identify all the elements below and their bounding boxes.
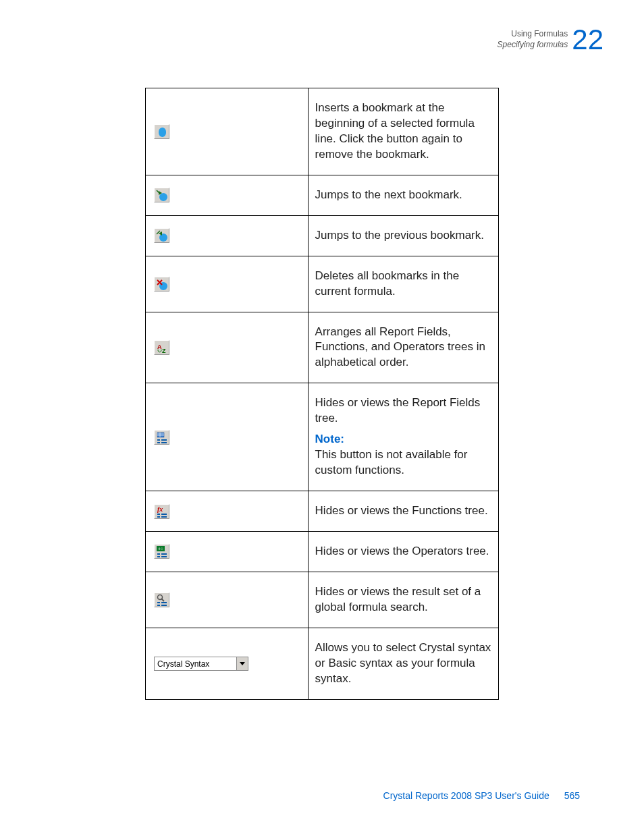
description-text: Inserts a bookmark at the beginning of a… — [315, 101, 475, 161]
table-row: Hides or views the Report Fields tree. N… — [146, 383, 499, 491]
svg-text:fx: fx — [157, 505, 163, 513]
description-cell: Allows you to select Crystal syntax or B… — [308, 628, 498, 699]
svg-rect-26 — [161, 553, 167, 555]
description-cell: Hides or views the result set of a globa… — [308, 572, 498, 628]
toolbar-reference-table: Inserts a bookmark at the beginning of a… — [145, 88, 499, 700]
svg-rect-0 — [159, 128, 166, 137]
icon-cell — [146, 215, 308, 256]
note-text: This button is not available for custom … — [315, 448, 468, 476]
svg-rect-10 — [157, 433, 164, 437]
content-area: Inserts a bookmark at the beginning of a… — [145, 88, 499, 700]
toggle-functions-tree-icon: fx — [154, 504, 169, 519]
description-text: Deletes all bookmarks in the current for… — [315, 269, 460, 298]
table-row: fx Hides or views the Functions tree. — [146, 491, 499, 532]
icon-cell — [146, 383, 308, 491]
table-row: Jumps to the previous bookmark. — [146, 215, 499, 256]
syntax-select-value: Crystal Syntax — [155, 659, 236, 669]
svg-text:+÷: +÷ — [158, 547, 163, 551]
header-text-block: Using Formulas Specifying formulas — [498, 29, 568, 50]
previous-bookmark-icon — [154, 228, 169, 243]
toggle-result-set-icon — [154, 592, 169, 607]
svg-text:A: A — [157, 343, 162, 350]
icon-cell: Crystal Syntax — [146, 628, 308, 699]
svg-rect-17 — [161, 442, 167, 443]
svg-rect-31 — [157, 602, 160, 603]
icon-cell: A Z — [146, 312, 308, 383]
next-bookmark-icon — [154, 188, 169, 202]
svg-rect-15 — [161, 439, 167, 441]
description-cell: Arranges all Report Fields, Functions, a… — [308, 312, 498, 383]
description-cell: Jumps to the next bookmark. — [308, 175, 498, 215]
description-text: Hides or views the Report Fields tree. — [315, 396, 481, 424]
description-cell: Deletes all bookmarks in the current for… — [308, 256, 498, 312]
description-text: Arranges all Report Fields, Functions, a… — [315, 325, 485, 369]
icon-cell: fx — [146, 491, 308, 532]
toggle-bookmark-icon — [154, 124, 169, 139]
chapter-number: 22 — [572, 26, 603, 54]
svg-rect-27 — [157, 556, 160, 557]
footer-title: Crystal Reports 2008 SP3 User's Guide — [383, 790, 549, 801]
description-text: Allows you to select Crystal syntax or B… — [315, 641, 491, 685]
page-number: 565 — [564, 790, 580, 801]
svg-text:Z: Z — [162, 348, 166, 354]
table-row: Inserts a bookmark at the beginning of a… — [146, 88, 499, 175]
chevron-down-icon[interactable] — [236, 657, 248, 670]
svg-rect-16 — [157, 442, 160, 443]
svg-rect-14 — [157, 439, 160, 441]
table-row: Hides or views the result set of a globa… — [146, 572, 499, 628]
description-text: Hides or views the result set of a globa… — [315, 585, 481, 613]
svg-rect-25 — [157, 553, 160, 555]
svg-rect-33 — [157, 605, 160, 606]
svg-point-1 — [159, 193, 167, 201]
description-text: Jumps to the next bookmark. — [315, 188, 462, 201]
toggle-fields-tree-icon — [154, 430, 169, 445]
svg-rect-20 — [161, 514, 167, 515]
sort-alpha-icon: A Z — [154, 340, 169, 355]
svg-rect-22 — [161, 516, 167, 518]
table-row: A Z Arranges all Report Fields, Function… — [146, 312, 499, 383]
header-line2: Specifying formulas — [498, 40, 568, 51]
description-text: Jumps to the previous bookmark. — [315, 229, 484, 242]
delete-bookmarks-icon — [154, 277, 169, 292]
icon-cell — [146, 572, 308, 628]
icon-cell — [146, 256, 308, 312]
description-cell: Hides or views the Functions tree. — [308, 491, 498, 532]
header-line1: Using Formulas — [498, 29, 568, 40]
syntax-select[interactable]: Crystal Syntax — [154, 657, 248, 671]
description-cell: Hides or views the Report Fields tree. N… — [308, 383, 498, 491]
table-row: +÷ Hides or views the Operators tree. — [146, 531, 499, 572]
note-label: Note: — [315, 433, 344, 445]
svg-rect-34 — [161, 605, 167, 606]
svg-rect-28 — [161, 556, 167, 557]
icon-cell — [146, 88, 308, 175]
description-text: Hides or views the Operators tree. — [315, 545, 489, 557]
table-row: Crystal Syntax Allows you to select Crys… — [146, 628, 499, 699]
toggle-operators-tree-icon: +÷ — [154, 544, 169, 559]
svg-point-3 — [159, 233, 167, 242]
description-cell: Inserts a bookmark at the beginning of a… — [308, 88, 498, 175]
icon-cell: +÷ — [146, 531, 308, 572]
svg-rect-19 — [157, 514, 160, 515]
table-row: Jumps to the next bookmark. — [146, 175, 499, 215]
description-cell: Jumps to the previous bookmark. — [308, 215, 498, 256]
svg-rect-32 — [161, 602, 167, 603]
page-header: Using Formulas Specifying formulas 22 — [498, 26, 603, 54]
table-row: Deletes all bookmarks in the current for… — [146, 256, 499, 312]
description-text: Hides or views the Functions tree. — [315, 504, 488, 517]
svg-rect-21 — [157, 516, 160, 518]
page-footer: Crystal Reports 2008 SP3 User's Guide 56… — [383, 790, 580, 801]
icon-cell — [146, 175, 308, 215]
svg-line-30 — [161, 599, 164, 601]
description-cell: Hides or views the Operators tree. — [308, 531, 498, 572]
